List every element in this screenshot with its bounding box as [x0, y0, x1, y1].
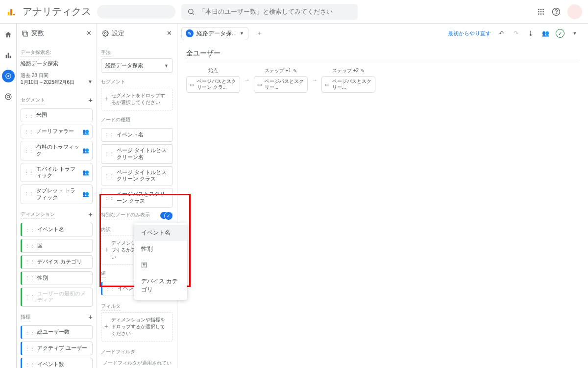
chevron-down-icon[interactable]: ▼ — [240, 31, 244, 36]
node-type-chip[interactable]: ⋮⋮イベント名 — [101, 128, 173, 142]
property-selector[interactable] — [97, 5, 175, 19]
technique-label: 手法 — [101, 49, 111, 57]
breakdown-label: 内訳 — [101, 226, 111, 234]
segments-label: セグメント — [21, 97, 45, 105]
people-icon: 👥 — [82, 191, 89, 197]
rail-explore-icon[interactable] — [2, 70, 15, 82]
chevron-down-icon[interactable]: ▼ — [570, 29, 579, 38]
segment-chip[interactable]: ⋮⋮モバイル トラフィック👥 — [21, 163, 93, 183]
chevron-down-icon: ▼ — [164, 63, 169, 68]
metric-chip[interactable]: ⋮⋮アクティブ ユーザー — [21, 342, 93, 355]
popup-item[interactable]: イベント名 — [134, 225, 187, 241]
segment-dropzone[interactable]: +セグメントをドロップするか選択してください — [101, 88, 173, 110]
svg-line-4 — [193, 13, 194, 15]
close-icon[interactable]: ✕ — [167, 29, 172, 37]
help-icon[interactable] — [552, 7, 561, 16]
svg-point-12 — [540, 13, 542, 15]
avatar[interactable] — [567, 4, 582, 19]
settings-panel-title: 設定 — [112, 29, 124, 38]
popup-item[interactable]: デバイス カテゴリ — [134, 273, 187, 298]
unique-only-toggle[interactable] — [160, 212, 173, 219]
dimension-chip[interactable]: ⋮⋮国 — [21, 239, 93, 253]
svg-point-3 — [189, 9, 193, 13]
svg-point-25 — [104, 32, 106, 34]
pencil-icon[interactable]: ✎ — [361, 68, 365, 74]
search-bar[interactable] — [181, 4, 358, 20]
segment-section-label: セグメント — [101, 79, 125, 86]
segment-chip[interactable]: ⋮⋮ノーリファラー👥 — [21, 125, 93, 138]
add-dimension-button[interactable]: + — [88, 210, 93, 218]
popup-item[interactable]: 国 — [134, 257, 187, 273]
svg-point-7 — [542, 9, 544, 10]
technique-select[interactable]: 経路データ探索▼ — [101, 58, 173, 73]
svg-point-13 — [542, 13, 544, 15]
analytics-logo-icon — [6, 6, 17, 17]
svg-point-11 — [538, 13, 539, 15]
filter-dropzone[interactable]: +ディメンションや指標をドロップするか選択してください — [101, 312, 173, 342]
people-icon: 👥 — [82, 147, 89, 154]
people-icon: 👥 — [82, 169, 89, 176]
node-type-label: ノードの種類 — [101, 116, 130, 124]
segment-chip[interactable]: ⋮⋮米国 — [21, 108, 93, 122]
step-2-pill[interactable]: ▭ページパスとスクリー... — [321, 76, 375, 93]
edit-icon: ✎ — [186, 29, 194, 37]
dimension-popup: イベント名 性別 国 デバイス カテゴリ — [134, 223, 187, 300]
svg-point-2 — [13, 13, 15, 15]
svg-point-5 — [538, 9, 539, 10]
segment-chip[interactable]: ⋮⋮タブレット トラフィック👥 — [21, 184, 93, 204]
layers-icon — [22, 30, 28, 37]
page-icon: ▭ — [257, 82, 262, 87]
rail-ads-icon[interactable] — [2, 90, 15, 103]
page-icon: ▭ — [325, 82, 329, 87]
node-type-chip[interactable]: ⋮⋮ページ タイトルとスクリーン クラス — [101, 166, 173, 186]
unique-only-label: 特別なノードのみ表示 — [101, 211, 150, 219]
share-icon[interactable]: 👥 — [541, 29, 550, 38]
svg-point-8 — [538, 11, 539, 12]
add-metric-button[interactable]: + — [88, 313, 93, 321]
metric-chip[interactable]: ⋮⋮総ユーザー数 — [21, 325, 93, 339]
exploration-name[interactable]: 経路データ探索 — [21, 58, 93, 70]
date-range-picker[interactable]: 過去 28 日間 1月10日～2025年2月6日▼ — [21, 70, 93, 90]
chevron-down-icon: ▼ — [88, 79, 93, 84]
node-filter-label: ノードフィルタ — [101, 348, 135, 356]
exploration-tab[interactable]: ✎ 経路データ探... ▼ — [181, 27, 248, 40]
svg-point-10 — [542, 11, 544, 12]
svg-rect-18 — [9, 56, 11, 58]
gear-icon — [102, 30, 109, 37]
add-segment-button[interactable]: + — [88, 96, 93, 104]
svg-rect-16 — [5, 55, 7, 58]
segment-chip[interactable]: ⋮⋮有料のトラフィック👥 — [21, 141, 93, 160]
search-input[interactable] — [199, 8, 352, 15]
close-icon[interactable]: ✕ — [86, 29, 92, 37]
arrow-right-icon: → — [244, 77, 250, 83]
dimensions-label: ディメンション — [21, 211, 55, 219]
page-icon: ▭ — [190, 82, 194, 87]
redo-icon[interactable]: ↷ — [512, 29, 520, 38]
dimension-chip[interactable]: ⋮⋮性別 — [21, 271, 93, 285]
status-ok-icon[interactable]: ✓ — [556, 29, 564, 38]
pencil-icon[interactable]: ✎ — [293, 68, 297, 74]
svg-rect-1 — [10, 9, 12, 15]
node-type-chip[interactable]: ⋮⋮ページ タイトルとスクリーン名 — [101, 144, 173, 164]
metrics-label: 指標 — [21, 314, 30, 321]
exploration-name-label: データ探索名: — [21, 49, 51, 57]
people-icon: 👥 — [82, 129, 89, 135]
svg-point-21 — [5, 94, 11, 100]
undo-icon[interactable]: ↶ — [497, 29, 506, 38]
search-icon — [187, 8, 195, 16]
step-start-pill[interactable]: ▭ページパスとスクリーン クラ... — [186, 76, 240, 93]
rail-home-icon[interactable] — [2, 28, 15, 41]
dimension-chip[interactable]: ⋮⋮イベント名 — [21, 223, 93, 237]
popup-item[interactable]: 性別 — [134, 241, 187, 257]
add-tab-button[interactable]: + — [252, 26, 266, 40]
metric-chip[interactable]: ⋮⋮イベント数 — [21, 358, 93, 368]
download-icon[interactable]: ⭳ — [526, 29, 535, 38]
reset-link[interactable]: 最初からやり直す — [448, 30, 491, 37]
node-filter-empty-text: ノードフィルタが適用されていません。 — [101, 358, 173, 368]
apps-icon[interactable] — [537, 8, 545, 16]
svg-point-6 — [540, 9, 542, 10]
step-1-pill[interactable]: ▭ページパスとスクリー... — [254, 76, 308, 93]
dimension-chip[interactable]: ⋮⋮デバイス カテゴリ — [21, 255, 93, 269]
rail-reports-icon[interactable] — [2, 49, 15, 62]
node-type-chip[interactable]: ⋮⋮ページパスとスクリーン クラス — [101, 188, 173, 208]
